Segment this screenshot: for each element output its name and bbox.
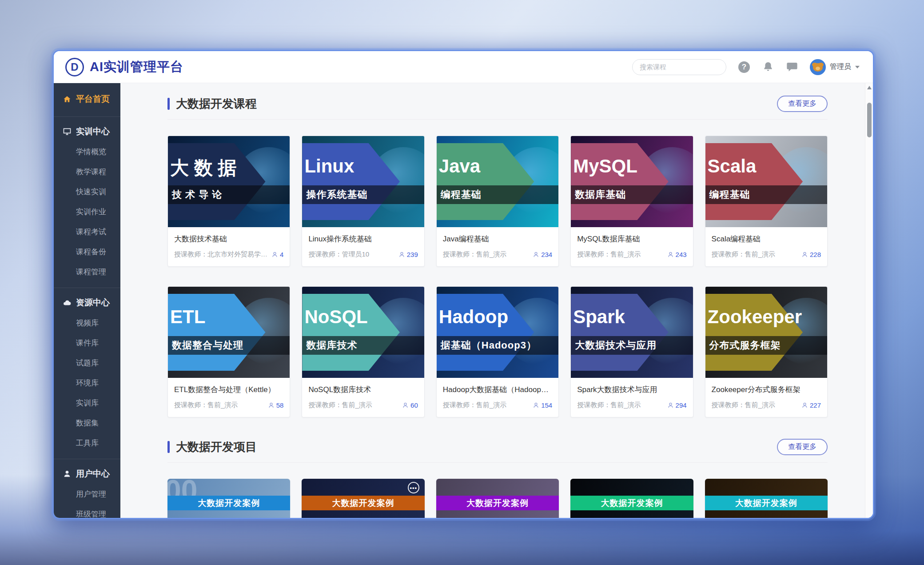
course-thumbnail: Scala 编程基础 bbox=[705, 136, 827, 227]
course-info: NoSQL数据库技术 授课教师：售前_演示 60 bbox=[302, 378, 424, 417]
course-thumbnail: Java 编程基础 bbox=[437, 136, 558, 227]
course-card[interactable]: NoSQL 数据库技术 NoSQL数据库技术 授课教师：售前_演示 60 bbox=[302, 286, 424, 417]
course-teacher: 授课教师：售前_演示 bbox=[174, 401, 264, 409]
courses-section-header: 大数据开发课程 查看更多 bbox=[167, 96, 828, 120]
sidebar-item[interactable]: 课程备份 bbox=[54, 242, 120, 262]
sidebar-item[interactable]: 课程管理 bbox=[54, 262, 120, 282]
course-thumbnail: ETL 数据整合与处理 bbox=[168, 287, 290, 378]
project-card[interactable]: 大数据开发案例 bbox=[570, 479, 693, 519]
view-more-button[interactable]: 查看更多 bbox=[777, 96, 828, 112]
sidebar-group-header[interactable]: 资源中心 bbox=[54, 293, 120, 313]
title-accent-bar bbox=[167, 441, 170, 453]
course-card[interactable]: Spark 大数据技术与应用 Spark大数据技术与应用 授课教师：售前_演示 … bbox=[570, 286, 693, 417]
sidebar-item[interactable]: 快速实训 bbox=[54, 182, 120, 202]
course-card[interactable]: 大 数 据 技 术 导 论 大数据技术基础 授课教师：北京市对外贸易学校教...… bbox=[167, 136, 290, 267]
sidebar-item[interactable]: 环境库 bbox=[54, 373, 120, 393]
sidebar-item[interactable]: 教学课程 bbox=[54, 162, 120, 182]
cloud-icon bbox=[63, 298, 72, 307]
search-input[interactable] bbox=[640, 63, 728, 71]
course-thumbnail: Linux 操作系统基础 bbox=[302, 136, 424, 227]
user-name: 管理员 bbox=[830, 62, 851, 72]
course-tile-subtitle: 数据整合与处理 bbox=[172, 339, 243, 352]
course-tile-title: Spark bbox=[573, 306, 625, 328]
course-tile-subtitle-band: 分布式服务框架 bbox=[705, 336, 827, 355]
course-student-count: 234 bbox=[533, 251, 552, 258]
person-icon bbox=[268, 402, 275, 409]
vertical-scrollbar[interactable] bbox=[865, 83, 873, 519]
project-card[interactable]: 大数据开发案例 bbox=[436, 479, 559, 519]
sidebar-item[interactable]: 视频库 bbox=[54, 313, 120, 333]
sidebar-item[interactable]: 数据集 bbox=[54, 413, 120, 433]
home-icon bbox=[63, 95, 72, 104]
course-teacher: 授课教师：售前_演示 bbox=[577, 250, 663, 259]
project-card[interactable]: ••• 大数据开发案例 bbox=[302, 479, 424, 519]
course-student-count: 60 bbox=[402, 401, 418, 409]
course-title: Spark大数据技术与应用 bbox=[577, 385, 686, 395]
course-info: Scala编程基础 授课教师：售前_演示 228 bbox=[705, 227, 827, 266]
sidebar-group-header[interactable]: 用户中心 bbox=[54, 464, 120, 484]
person-icon bbox=[402, 402, 409, 409]
app-logo-icon: D bbox=[65, 58, 84, 76]
sidebar-item[interactable]: 用户管理 bbox=[54, 484, 120, 504]
course-card[interactable]: Hadoop 据基础（Hadoop3） Hadoop大数据基础（Hadoop3）… bbox=[436, 286, 559, 417]
course-info: ETL数据整合与处理（Kettle） 授课教师：售前_演示 58 bbox=[168, 378, 290, 417]
section-title: 大数据开发项目 bbox=[167, 439, 257, 455]
sidebar-item[interactable]: 学情概览 bbox=[54, 142, 120, 162]
course-tile-subtitle-band: 技 术 导 论 bbox=[168, 185, 290, 204]
course-title: Scala编程基础 bbox=[712, 234, 821, 244]
person-icon bbox=[667, 402, 674, 409]
course-title: 大数据技术基础 bbox=[174, 234, 283, 244]
view-more-button[interactable]: 查看更多 bbox=[777, 439, 828, 455]
project-card[interactable]: 00 大数据开发案例 bbox=[167, 479, 290, 519]
sidebar-item[interactable]: 试题库 bbox=[54, 353, 120, 373]
course-card[interactable]: Linux 操作系统基础 Linux操作系统基础 授课教师：管理员10 239 bbox=[302, 136, 424, 267]
course-title: Zookeeper分布式服务框架 bbox=[712, 385, 821, 395]
course-student-count: 58 bbox=[268, 401, 284, 409]
sidebar-item[interactable]: 课程考试 bbox=[54, 222, 120, 242]
course-tile-subtitle: 数据库技术 bbox=[306, 339, 357, 352]
course-card[interactable]: MySQL 数据库基础 MySQL数据库基础 授课教师：售前_演示 243 bbox=[570, 136, 693, 267]
course-thumbnail: MySQL 数据库基础 bbox=[571, 136, 693, 227]
course-student-count: 243 bbox=[667, 251, 687, 258]
app-header: D AI实训管理平台 ? bbox=[54, 51, 873, 83]
sidebar-item[interactable]: 实训作业 bbox=[54, 202, 120, 222]
course-info: Hadoop大数据基础（Hadoop3） 授课教师：售前_演示 154 bbox=[437, 378, 558, 417]
course-student-count: 228 bbox=[801, 251, 821, 258]
sidebar-item[interactable]: 班级管理 bbox=[54, 504, 120, 519]
help-icon[interactable]: ? bbox=[738, 61, 750, 73]
course-tile-subtitle: 编程基础 bbox=[441, 188, 482, 201]
app-title: AI实训管理平台 bbox=[90, 58, 183, 76]
user-menu[interactable]: 管理员 bbox=[810, 59, 860, 75]
course-info: Zookeeper分布式服务框架 授课教师：售前_演示 227 bbox=[705, 378, 827, 417]
person-icon bbox=[801, 251, 808, 258]
course-card[interactable]: Scala 编程基础 Scala编程基础 授课教师：售前_演示 228 bbox=[705, 136, 828, 267]
course-info: MySQL数据库基础 授课教师：售前_演示 243 bbox=[571, 227, 693, 266]
sidebar-group-header[interactable]: 实训中心 bbox=[54, 121, 120, 142]
avatar[interactable] bbox=[810, 59, 826, 75]
course-student-count: 154 bbox=[533, 401, 552, 409]
course-card[interactable]: ETL 数据整合与处理 ETL数据整合与处理（Kettle） 授课教师：售前_演… bbox=[167, 286, 290, 417]
course-tile-title: 大 数 据 bbox=[170, 156, 236, 180]
course-thumbnail: NoSQL 数据库技术 bbox=[302, 287, 424, 378]
sidebar-item-home[interactable]: 平台首页 bbox=[54, 88, 120, 111]
course-student-count: 4 bbox=[271, 251, 283, 258]
scrollbar-thumb[interactable] bbox=[867, 103, 872, 137]
course-tile-title: ETL bbox=[170, 306, 205, 328]
project-banner-label: 大数据开发案例 bbox=[302, 496, 424, 510]
course-card[interactable]: Zookeeper 分布式服务框架 Zookeeper分布式服务框架 授课教师：… bbox=[705, 286, 828, 417]
scroll-up-arrow-icon[interactable] bbox=[867, 86, 872, 89]
course-student-count: 239 bbox=[398, 251, 418, 258]
course-card[interactable]: Java 编程基础 Java编程基础 授课教师：售前_演示 234 bbox=[436, 136, 559, 267]
course-tile-subtitle: 编程基础 bbox=[709, 188, 750, 201]
sidebar-item[interactable]: 课件库 bbox=[54, 333, 120, 353]
course-arrow-banner bbox=[571, 143, 669, 220]
chevron-down-icon[interactable] bbox=[855, 66, 860, 68]
project-card[interactable]: 大数据开发案例 bbox=[705, 479, 828, 519]
sidebar-item[interactable]: 工具库 bbox=[54, 433, 120, 453]
bell-icon[interactable] bbox=[762, 61, 774, 73]
chat-icon[interactable] bbox=[786, 61, 798, 73]
search-box[interactable] bbox=[632, 59, 726, 75]
course-arrow-banner bbox=[705, 143, 803, 220]
sidebar-group: 实训中心 学情概览教学课程快速实训实训作业课程考试课程备份课程管理 bbox=[54, 116, 120, 282]
sidebar-item[interactable]: 实训库 bbox=[54, 393, 120, 413]
